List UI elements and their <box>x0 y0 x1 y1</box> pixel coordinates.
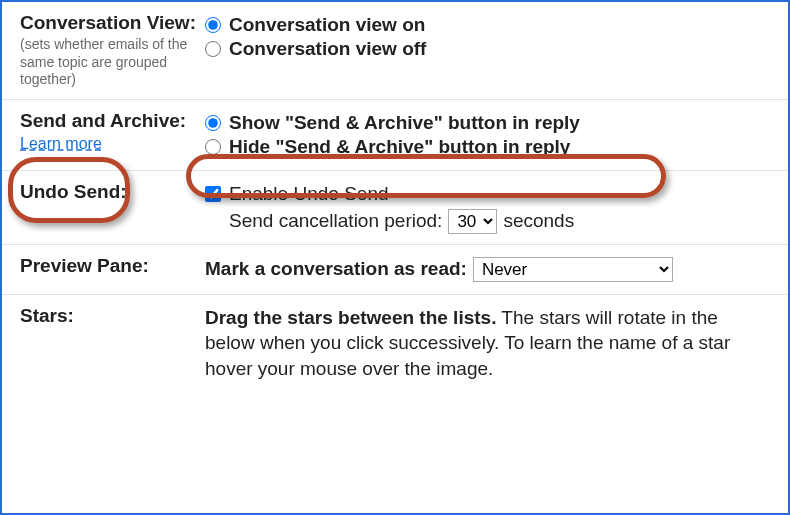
stars-text-block: Drag the stars between the lists. The st… <box>205 305 770 382</box>
send-archive-show-radio[interactable] <box>205 115 221 131</box>
preview-pane-heading: Preview Pane: <box>20 255 199 277</box>
stars-heading: Stars: <box>20 305 199 327</box>
send-archive-hide-radio[interactable] <box>205 139 221 155</box>
preview-pane-mark-select[interactable]: Never <box>473 257 673 282</box>
undo-send-enable-label: Enable Undo Send <box>229 183 389 205</box>
stars-text-bold: Drag the stars between the lists. <box>205 307 496 328</box>
row-undo-send: Undo Send: Enable Undo Send Send cancell… <box>2 171 788 245</box>
preview-pane-mark-line: Mark a conversation as read: Never <box>205 257 770 282</box>
preview-pane-options: Mark a conversation as read: Never <box>205 255 770 284</box>
row-stars: Stars: Drag the stars between the lists.… <box>2 295 788 392</box>
undo-send-period-select[interactable]: 30 <box>448 209 497 234</box>
send-archive-options: Show "Send & Archive" button in reply Hi… <box>205 110 770 160</box>
send-archive-learn-more-link[interactable]: Learn more <box>20 135 102 152</box>
conversation-view-off-option[interactable]: Conversation view off <box>205 38 770 60</box>
stars-label-block: Stars: <box>20 305 205 382</box>
conversation-view-options: Conversation view on Conversation view o… <box>205 12 770 89</box>
undo-send-enable-option[interactable]: Enable Undo Send <box>205 183 770 205</box>
conversation-view-hint: (sets whether emails of the same topic a… <box>20 36 199 89</box>
conversation-view-off-label: Conversation view off <box>229 38 426 60</box>
preview-pane-mark-label: Mark a conversation as read: <box>205 258 467 280</box>
send-archive-hide-label: Hide "Send & Archive" button in reply <box>229 136 570 158</box>
send-archive-hide-option[interactable]: Hide "Send & Archive" button in reply <box>205 136 770 158</box>
row-preview-pane: Preview Pane: Mark a conversation as rea… <box>2 245 788 295</box>
row-conversation-view: Conversation View: (sets whether emails … <box>2 2 788 100</box>
settings-panel: Conversation View: (sets whether emails … <box>0 0 790 515</box>
conversation-view-heading: Conversation View: <box>20 12 199 34</box>
send-archive-heading: Send and Archive: <box>20 110 199 132</box>
send-archive-show-option[interactable]: Show "Send & Archive" button in reply <box>205 112 770 134</box>
conversation-view-on-label: Conversation view on <box>229 14 425 36</box>
preview-pane-label-block: Preview Pane: <box>20 255 205 284</box>
conversation-view-label-block: Conversation View: (sets whether emails … <box>20 12 205 89</box>
undo-send-options: Enable Undo Send Send cancellation perio… <box>205 181 770 234</box>
conversation-view-on-radio[interactable] <box>205 17 221 33</box>
undo-send-period-line: Send cancellation period: 30 seconds <box>229 209 770 234</box>
send-archive-label-block: Send and Archive: Learn more <box>20 110 205 160</box>
undo-send-heading: Undo Send: <box>20 181 199 203</box>
undo-send-label-block: Undo Send: <box>20 181 205 234</box>
conversation-view-on-option[interactable]: Conversation view on <box>205 14 770 36</box>
undo-send-period-unit: seconds <box>503 210 574 232</box>
undo-send-enable-checkbox[interactable] <box>205 186 221 202</box>
conversation-view-off-radio[interactable] <box>205 41 221 57</box>
send-archive-show-label: Show "Send & Archive" button in reply <box>229 112 580 134</box>
undo-send-period-label: Send cancellation period: <box>229 210 442 232</box>
row-send-archive: Send and Archive: Learn more Show "Send … <box>2 100 788 171</box>
